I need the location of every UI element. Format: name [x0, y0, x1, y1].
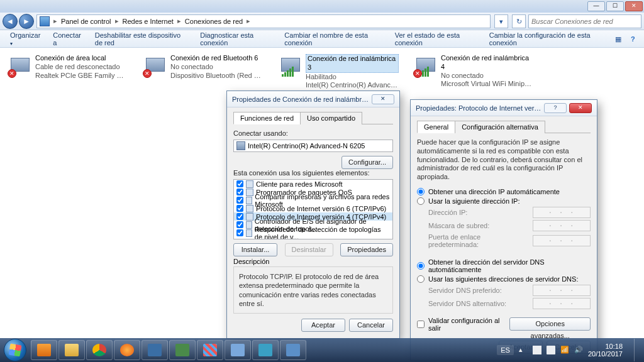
crumb-root[interactable]: Panel de control: [58, 18, 114, 25]
address-bar: ◄ ► ▸ Panel de control ▸ Redes e Interne…: [0, 13, 644, 30]
adapter-list: ✕Conexión de área localCable de red desc…: [0, 48, 644, 96]
adapter-item[interactable]: ✕Conexión de red inalámbrica 4No conecta…: [414, 54, 531, 90]
connect-using-label: Conectar usando:: [233, 129, 393, 137]
maximize-button[interactable]: ☐: [606, 1, 624, 11]
radio-dns-auto[interactable]: Obtener la dirección del servidor DNS au…: [417, 258, 591, 273]
help-icon[interactable]: ?: [627, 33, 639, 45]
radio-ip-manual[interactable]: Usar la siguiente dirección IP:: [417, 197, 591, 205]
action-center-icon[interactable]: [547, 346, 555, 354]
adapter-name: Conexión de red Bluetooth 6: [170, 54, 264, 63]
minimize-button[interactable]: —: [587, 1, 605, 11]
cmd-status[interactable]: Ver el estado de esta conexión: [390, 29, 482, 49]
cmd-diagnose[interactable]: Diagnosticar esta conexión: [195, 29, 277, 49]
wifi-adapter-icon: [279, 54, 302, 77]
component-checkbox[interactable]: [236, 180, 243, 187]
show-desktop-button[interactable]: [634, 339, 640, 361]
ethernet-adapter-icon: ✕: [9, 54, 31, 77]
taskbar-app-4[interactable]: [225, 340, 251, 360]
component-checkbox[interactable]: [236, 221, 243, 228]
adapter-device: Dispositivo Bluetooth (Red de áre...: [170, 72, 264, 80]
adapter-properties-dialog: Propiedades de Conexión de red inalámbri…: [226, 90, 400, 339]
ipv4-close-button[interactable]: ✕: [569, 103, 592, 113]
taskbar-explorer[interactable]: [58, 340, 85, 360]
refresh-button[interactable]: ↻: [512, 14, 526, 28]
taskbar-app-6[interactable]: [280, 340, 306, 360]
component-icon: [246, 189, 253, 196]
adapter-device: Realtek PCIe GBE Family Controller: [35, 72, 128, 80]
configure-button[interactable]: Configurar...: [341, 156, 393, 169]
tab-functions[interactable]: Funciones de red: [233, 112, 301, 124]
nav-forward-button[interactable]: ►: [19, 14, 34, 29]
start-button[interactable]: [4, 339, 26, 361]
tab-alt-config[interactable]: Configuración alternativa: [455, 121, 545, 133]
input-subnet-mask: . . .: [533, 220, 591, 231]
cmd-disable[interactable]: Deshabilitar este dispositivo de red: [90, 29, 192, 49]
cmd-connect[interactable]: Conectar a: [48, 29, 87, 49]
close-button[interactable]: ✕: [625, 1, 643, 11]
search-input[interactable]: [528, 14, 641, 28]
dialog-title: Propiedades de Conexión de red inalámbri…: [232, 96, 369, 103]
label-ip-address: Dirección IP:: [428, 209, 533, 216]
tab-sharing[interactable]: Uso compartido: [300, 112, 362, 124]
adapter-device: Intel(R) Centrino(R) Advanced-N ...: [306, 81, 399, 90]
taskbar-app-3[interactable]: [197, 340, 223, 360]
history-dropdown-button[interactable]: ▾: [494, 14, 508, 28]
description-text: Protocolo TCP/IP. El protocolo de red de…: [239, 272, 387, 308]
radio-dns-manual[interactable]: Usar las siguientes direcciones de servi…: [417, 275, 591, 283]
tray-up-icon[interactable]: ▴: [519, 346, 528, 354]
crumb-mid[interactable]: Redes e Internet: [120, 18, 176, 25]
tab-general[interactable]: General: [417, 121, 455, 133]
component-item[interactable]: Cliente para redes Microsoft: [234, 180, 392, 188]
component-list[interactable]: Cliente para redes MicrosoftProgramador …: [233, 179, 393, 239]
ipv4-dialog-title: Propiedades: Protocolo de Internet versi…: [416, 104, 541, 112]
label-dns-alternate: Servidor DNS alternativo:: [428, 300, 533, 307]
uses-label: Esta conexión usa los siguientes element…: [233, 169, 393, 177]
install-button[interactable]: Instalar...: [233, 243, 277, 256]
cmd-organize[interactable]: Organizar: [5, 29, 45, 49]
adapter-item[interactable]: ✕Conexión de área localCable de red desc…: [9, 54, 125, 90]
nav-back-button[interactable]: ◄: [3, 14, 18, 29]
tab-strip: Funciones de red Uso compartido: [233, 111, 393, 124]
breadcrumb[interactable]: ▸ Panel de control ▸ Redes e Internet ▸ …: [36, 14, 491, 28]
view-icon[interactable]: ▦: [612, 33, 624, 45]
component-item[interactable]: Compartir impresoras y archivos para red…: [234, 196, 392, 204]
adapter-icon: [236, 141, 245, 150]
adapter-item[interactable]: ✕Conexión de red Bluetooth 6No conectado…: [144, 54, 260, 90]
accept-button[interactable]: Aceptar: [301, 319, 345, 332]
adapter-device: Microsoft Virtual WiFi Miniport A...: [441, 80, 534, 89]
cmd-config[interactable]: Cambiar la configuración de esta conexió…: [484, 29, 608, 49]
language-indicator[interactable]: ES: [497, 345, 514, 355]
clock[interactable]: 10:1820/10/2017: [588, 343, 625, 358]
radio-ip-auto[interactable]: Obtener una dirección IP automáticamente: [417, 188, 591, 195]
cmd-rename[interactable]: Cambiar el nombre de esta conexión: [279, 29, 387, 49]
component-checkbox[interactable]: [236, 205, 243, 212]
advanced-options-button[interactable]: Opciones avanzadas...: [509, 317, 591, 331]
taskbar-app-5[interactable]: [252, 340, 279, 360]
volume-icon[interactable]: 🔊: [574, 346, 583, 354]
network-icon[interactable]: 📶: [560, 346, 569, 354]
cancel-button[interactable]: Cancelar: [349, 319, 393, 332]
window-titlebar: — ☐ ✕: [0, 0, 644, 13]
component-item[interactable]: Protocolo de Internet versión 6 (TCP/IPv…: [234, 204, 392, 212]
taskbar-firefox[interactable]: [114, 340, 140, 360]
component-checkbox[interactable]: [236, 197, 243, 204]
dialog-close-button[interactable]: ✕: [372, 94, 394, 104]
taskbar-chrome[interactable]: [86, 340, 113, 360]
ethernet-adapter-icon: ✕: [144, 54, 167, 77]
ipv4-help-button[interactable]: ?: [544, 103, 567, 113]
flag-icon[interactable]: [533, 346, 541, 354]
crumb-leaf[interactable]: Conexiones de red: [182, 18, 245, 25]
component-item[interactable]: Respondedor de detección de topologías d…: [234, 229, 392, 237]
label-subnet-mask: Máscara de subred:: [428, 222, 533, 229]
properties-button[interactable]: Propiedades: [340, 243, 393, 256]
adapter-status: Cable de red desconectado: [35, 63, 128, 72]
component-checkbox[interactable]: [236, 229, 243, 236]
adapter-item[interactable]: Conexión de red inalámbrica 3HabilitadoI…: [279, 54, 396, 90]
checkbox-validate-on-exit[interactable]: Validar configuración al salir: [417, 317, 509, 332]
taskbar-media-player[interactable]: [31, 340, 57, 360]
taskbar: ES ▴ 📶 🔊 10:1820/10/2017: [0, 338, 644, 362]
component-checkbox[interactable]: [236, 189, 243, 195]
taskbar-app-1[interactable]: [142, 340, 168, 360]
taskbar-app-2[interactable]: [169, 340, 196, 360]
component-checkbox[interactable]: [236, 213, 243, 220]
